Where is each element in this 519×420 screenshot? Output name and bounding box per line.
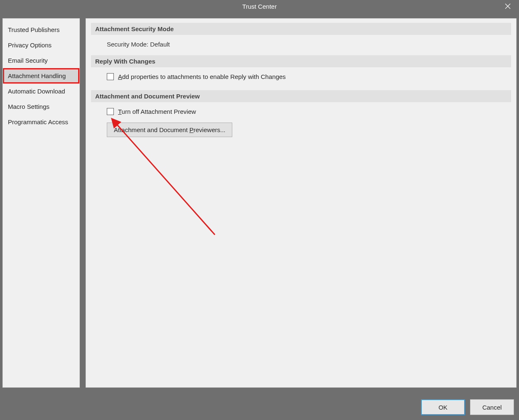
sidebar-item-label: Macro Settings [8, 103, 49, 110]
window-title: Trust Center [242, 3, 277, 10]
sidebar-item-privacy-options[interactable]: Privacy Options [3, 37, 79, 53]
section-body-reply-changes: Add properties to attachments to enable … [91, 67, 511, 90]
titlebar: Trust Center [0, 0, 519, 12]
cancel-button-label: Cancel [482, 404, 502, 411]
turn-off-preview-checkbox-row: Turn off Attachment Preview [107, 108, 507, 115]
reply-changes-checkbox[interactable] [107, 73, 114, 80]
previewers-button[interactable]: Attachment and Document Previewers... [107, 123, 232, 137]
ok-button[interactable]: OK [421, 399, 465, 415]
content-row: Trusted Publishers Privacy Options Email… [2, 18, 517, 388]
sidebar-item-label: Attachment Handling [8, 72, 66, 79]
sidebar-item-trusted-publishers[interactable]: Trusted Publishers [3, 22, 79, 37]
sidebar-item-label: Privacy Options [8, 42, 52, 49]
sidebar-item-automatic-download[interactable]: Automatic Download [3, 84, 79, 99]
section-header-attachment-security: Attachment Security Mode [91, 23, 511, 35]
sidebar-item-label: Email Security [8, 57, 48, 64]
section-body-preview: Turn off Attachment Preview Attachment a… [91, 102, 511, 145]
turn-off-preview-label: Turn off Attachment Preview [118, 108, 196, 115]
main-panel: Attachment Security Mode Security Mode: … [86, 18, 517, 388]
reply-changes-label: Add properties to attachments to enable … [118, 73, 286, 80]
ok-button-label: OK [438, 404, 448, 411]
sidebar: Trusted Publishers Privacy Options Email… [2, 18, 80, 388]
sidebar-item-programmatic-access[interactable]: Programmatic Access [3, 114, 79, 130]
section-header-preview: Attachment and Document Preview [91, 90, 511, 102]
sidebar-item-attachment-handling[interactable]: Attachment Handling [3, 68, 79, 84]
dialog-footer: OK Cancel [421, 399, 514, 415]
sidebar-item-label: Trusted Publishers [8, 26, 60, 33]
security-mode-text: Security Mode: Default [107, 41, 170, 48]
sidebar-item-macro-settings[interactable]: Macro Settings [3, 99, 79, 114]
close-icon [504, 3, 511, 10]
sidebar-item-label: Programmatic Access [8, 118, 68, 125]
sidebar-item-label: Automatic Download [8, 88, 65, 95]
section-body-attachment-security: Security Mode: Default [91, 35, 511, 55]
turn-off-preview-checkbox[interactable] [107, 108, 114, 115]
reply-changes-checkbox-row: Add properties to attachments to enable … [107, 73, 507, 80]
dialog-body: Trusted Publishers Privacy Options Email… [0, 12, 519, 420]
section-header-reply-changes: Reply With Changes [91, 55, 511, 67]
sidebar-item-email-security[interactable]: Email Security [3, 53, 79, 68]
cancel-button[interactable]: Cancel [470, 399, 514, 415]
close-button[interactable] [502, 1, 513, 12]
